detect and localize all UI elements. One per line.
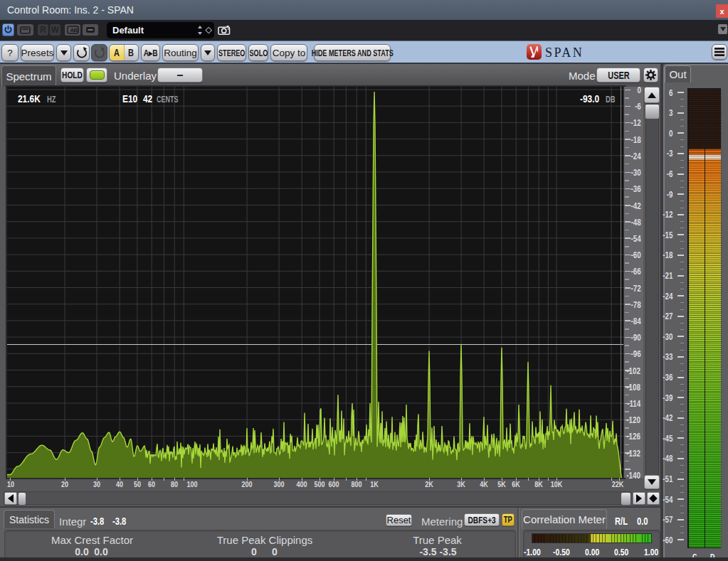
svg-text:B: B (73, 27, 78, 33)
